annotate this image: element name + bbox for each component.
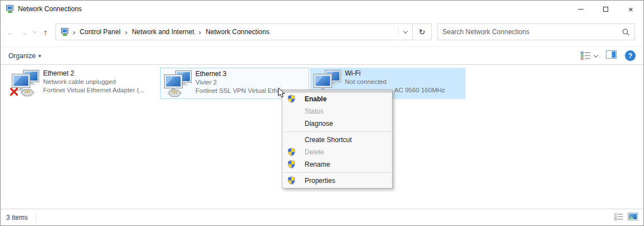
statusbar-divider: [36, 213, 36, 222]
uac-shield-icon: [287, 160, 296, 168]
breadcrumb-item-network-connections[interactable]: Network Connections: [203, 28, 272, 36]
up-icon: ↑: [43, 27, 48, 37]
address-dropdown-button[interactable]: [399, 30, 412, 34]
organize-label: Organize: [8, 52, 36, 60]
nav-forward-button[interactable]: →: [17, 24, 31, 40]
command-toolbar: Organize ▾: [1, 46, 643, 65]
connection-status: Vivier 2: [195, 78, 287, 87]
close-button[interactable]: ×: [618, 1, 643, 17]
titlebar: Network Connections ×: [1, 1, 643, 17]
details-view-icon: [614, 213, 623, 220]
refresh-button[interactable]: ↻: [413, 23, 432, 40]
mouse-cursor-icon: [278, 87, 286, 98]
connection-name: Wi-Fi: [345, 69, 445, 78]
menu-item-delete: Delete: [282, 146, 392, 158]
chevron-down-icon: [32, 29, 37, 33]
views-icon: [581, 51, 591, 60]
connection-status: Not connected: [345, 78, 445, 86]
organize-button[interactable]: Organize ▾: [8, 52, 41, 60]
context-menu: Enable Status Diagnose Create Shortcut D…: [282, 90, 393, 189]
breadcrumb-separator-icon: ›: [123, 28, 129, 36]
connection-name: Ethernet 2: [43, 69, 144, 78]
preview-pane-icon: [606, 50, 617, 59]
connection-device: AC 9560 160MHz: [394, 86, 445, 95]
connection-name: Ethernet 3: [195, 70, 287, 78]
connection-device: Fortinet Virtual Ethernet Adapter (...: [43, 86, 144, 95]
window-title: Network Connections: [18, 5, 568, 13]
menu-item-create-shortcut[interactable]: Create Shortcut: [282, 134, 392, 146]
nav-back-button[interactable]: ←: [4, 24, 17, 40]
connection-status: Network cable unplugged: [43, 78, 144, 86]
help-button[interactable]: ?: [625, 50, 636, 61]
connection-item-ethernet-2[interactable]: Ethernet 2 Network cable unplugged Forti…: [8, 68, 158, 99]
ethernet-connector-icon: [20, 87, 35, 96]
chevron-down-icon: [594, 53, 598, 57]
menu-item-enable[interactable]: Enable: [282, 93, 392, 105]
ethernet-connector-icon: [167, 88, 182, 97]
uac-shield-icon: [287, 95, 296, 103]
minimize-icon: [578, 9, 584, 10]
search-box[interactable]: [437, 23, 635, 40]
preview-pane-button[interactable]: [606, 50, 617, 61]
large-icons-view-icon: [628, 213, 638, 220]
address-bar[interactable]: › Control Panel › Network and Internet ›…: [55, 23, 413, 40]
back-icon: ←: [7, 27, 15, 37]
computer-icon: [163, 69, 195, 97]
breadcrumb-separator-icon: ›: [197, 28, 203, 36]
computer-icon: [11, 69, 43, 97]
maximize-button[interactable]: [593, 1, 618, 17]
breadcrumb-item-control-panel[interactable]: Control Panel: [77, 28, 123, 36]
navigation-bar: ← → ↑ › Control Panel › Network and Inte…: [1, 17, 643, 46]
menu-item-diagnose[interactable]: Diagnose: [282, 117, 392, 130]
refresh-icon: ↻: [419, 27, 426, 36]
menu-separator: [283, 131, 391, 132]
help-icon: ?: [628, 52, 632, 60]
forward-icon: →: [20, 27, 29, 37]
network-connections-window: Network Connections × ← → ↑ › Control Pa…: [0, 0, 644, 226]
menu-separator: [283, 172, 391, 173]
minimize-button[interactable]: [568, 1, 593, 17]
menu-item-status: Status: [282, 105, 392, 117]
close-icon: ×: [628, 5, 633, 13]
details-view-button[interactable]: [614, 213, 623, 223]
items-count: 3 items: [6, 214, 28, 222]
red-x-icon: [9, 87, 19, 97]
chevron-down-icon: ▾: [39, 53, 41, 59]
large-icons-view-button[interactable]: [628, 213, 638, 223]
uac-shield-icon: [287, 176, 296, 185]
menu-item-rename[interactable]: Rename: [282, 158, 392, 171]
network-connections-app-icon: [6, 4, 15, 13]
search-input[interactable]: [438, 28, 622, 36]
nav-history-dropdown[interactable]: [31, 24, 39, 40]
connection-device: Fortinet SSL VPN Virtual Ethern: [195, 87, 287, 95]
chevron-down-icon: [403, 29, 408, 33]
breadcrumb-item-network-and-internet[interactable]: Network and Internet: [129, 28, 196, 36]
status-bar: 3 items: [1, 209, 643, 225]
nav-up-button[interactable]: ↑: [39, 24, 52, 40]
change-view-button[interactable]: [581, 51, 598, 60]
breadcrumb-separator-icon: ›: [71, 28, 77, 36]
menu-item-properties[interactable]: Properties: [282, 175, 392, 187]
search-icon: [622, 29, 629, 36]
uac-shield-icon: [287, 148, 296, 156]
address-location-icon: [60, 27, 69, 36]
maximize-icon: [603, 7, 608, 12]
